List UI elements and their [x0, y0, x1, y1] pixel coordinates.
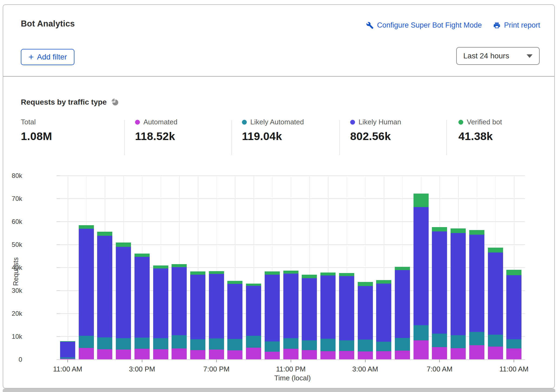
bar-segment-verified-bot[interactable] [97, 232, 112, 235]
bar-segment-verified-bot[interactable] [413, 194, 429, 207]
bar-segment-verified-bot[interactable] [265, 271, 280, 274]
bar-segment-likely-human[interactable] [172, 267, 187, 335]
bar-segment-verified-bot[interactable] [451, 228, 466, 233]
bar-segment-likely-automated[interactable] [60, 357, 75, 358]
bar-segment-likely-automated[interactable] [209, 338, 224, 350]
bar-segment-automated[interactable] [451, 348, 466, 360]
bar-segment-automated[interactable] [153, 349, 168, 360]
bar-segment-automated[interactable] [134, 349, 150, 360]
bar-segment-likely-human[interactable] [302, 278, 317, 340]
bar-segment-likely-automated[interactable] [265, 341, 280, 352]
bar-segment-verified-bot[interactable] [302, 275, 317, 278]
bar-segment-verified-bot[interactable] [320, 273, 336, 275]
bar-segment-likely-human[interactable] [506, 275, 521, 339]
bar-segment-likely-automated[interactable] [432, 334, 447, 347]
bar-segment-likely-human[interactable] [488, 253, 503, 335]
bar-segment-likely-automated[interactable] [172, 335, 187, 348]
bar-segment-likely-human[interactable] [320, 275, 336, 339]
bar-segment-verified-bot[interactable] [469, 230, 484, 235]
bar-segment-likely-human[interactable] [265, 275, 280, 341]
bar-segment-likely-human[interactable] [209, 274, 224, 338]
bar-segment-automated[interactable] [60, 359, 75, 360]
bar-segment-verified-bot[interactable] [227, 281, 242, 284]
bar-segment-likely-automated[interactable] [358, 340, 373, 351]
bar-segment-likely-human[interactable] [395, 270, 410, 338]
bar-segment-likely-human[interactable] [283, 274, 298, 338]
bar-segment-automated[interactable] [246, 348, 261, 360]
bar-segment-automated[interactable] [506, 348, 521, 360]
bar-segment-likely-human[interactable] [116, 247, 131, 338]
bar-segment-likely-automated[interactable] [134, 338, 150, 349]
bar-segment-verified-bot[interactable] [432, 227, 447, 231]
bar-segment-verified-bot[interactable] [339, 273, 354, 276]
bar-segment-automated[interactable] [265, 352, 280, 360]
bar-segment-likely-automated[interactable] [79, 336, 94, 348]
bar-segment-automated[interactable] [79, 348, 94, 360]
bar-segment-verified-bot[interactable] [395, 267, 410, 270]
bar-segment-automated[interactable] [320, 351, 336, 360]
add-filter-button[interactable]: + Add filter [21, 49, 74, 65]
bar-segment-likely-human[interactable] [153, 268, 168, 338]
bar-segment-likely-human[interactable] [227, 284, 242, 339]
bar-segment-verified-bot[interactable] [488, 248, 503, 253]
bar-segment-likely-automated[interactable] [451, 335, 466, 348]
bar-segment-likely-human[interactable] [246, 286, 261, 335]
bar-segment-likely-human[interactable] [134, 257, 150, 338]
bar-segment-automated[interactable] [339, 351, 354, 360]
bar-segment-likely-automated[interactable] [246, 336, 261, 348]
bar-segment-likely-automated[interactable] [395, 338, 410, 351]
bar-segment-verified-bot[interactable] [506, 270, 521, 275]
bar-segment-likely-human[interactable] [97, 236, 112, 337]
bar-segment-likely-automated[interactable] [97, 337, 112, 349]
bar-segment-likely-human[interactable] [358, 286, 373, 340]
bar-segment-likely-human[interactable] [451, 233, 466, 335]
bar-segment-likely-automated[interactable] [506, 339, 521, 348]
bar-segment-verified-bot[interactable] [79, 225, 94, 229]
bar-segment-likely-automated[interactable] [190, 339, 205, 350]
bar-segment-likely-human[interactable] [469, 235, 484, 332]
bar-segment-likely-automated[interactable] [376, 342, 391, 351]
bar-segment-likely-human[interactable] [79, 229, 94, 336]
bar-segment-automated[interactable] [97, 349, 112, 360]
bar-segment-automated[interactable] [469, 345, 484, 360]
bar-segment-likely-human[interactable] [190, 275, 205, 339]
bar-segment-verified-bot[interactable] [283, 271, 298, 274]
bar-segment-likely-human[interactable] [339, 276, 354, 341]
bar-segment-verified-bot[interactable] [246, 284, 261, 286]
bar-segment-likely-automated[interactable] [302, 340, 317, 350]
bar-segment-automated[interactable] [302, 350, 317, 360]
bar-segment-likely-human[interactable] [413, 207, 429, 325]
bar-segment-automated[interactable] [413, 340, 429, 360]
bar-segment-likely-automated[interactable] [469, 332, 484, 345]
bar-segment-likely-automated[interactable] [153, 338, 168, 349]
bar-segment-likely-automated[interactable] [413, 325, 429, 341]
bar-segment-automated[interactable] [227, 350, 242, 360]
bar-segment-likely-human[interactable] [60, 342, 75, 358]
bar-segment-automated[interactable] [209, 350, 224, 360]
bar-segment-likely-human[interactable] [376, 284, 391, 342]
bar-segment-likely-automated[interactable] [283, 338, 298, 349]
bar-segment-verified-bot[interactable] [60, 341, 75, 342]
bar-segment-verified-bot[interactable] [134, 254, 150, 257]
bar-segment-automated[interactable] [172, 348, 187, 360]
bar-segment-automated[interactable] [283, 349, 298, 360]
bar-segment-likely-automated[interactable] [320, 339, 336, 351]
bar-segment-automated[interactable] [358, 351, 373, 360]
bar-segment-verified-bot[interactable] [153, 265, 168, 268]
bar-segment-likely-automated[interactable] [227, 339, 242, 351]
configure-super-bot-fight-mode-link[interactable]: Configure Super Bot Fight Mode [366, 21, 482, 29]
bar-segment-automated[interactable] [116, 350, 131, 360]
bar-segment-automated[interactable] [488, 347, 503, 360]
bar-segment-verified-bot[interactable] [209, 271, 224, 274]
bar-segment-automated[interactable] [376, 351, 391, 360]
bar-segment-likely-automated[interactable] [488, 335, 503, 347]
bar-segment-automated[interactable] [432, 347, 447, 360]
bar-segment-likely-human[interactable] [432, 231, 447, 334]
time-range-dropdown[interactable]: Last 24 hours [456, 47, 540, 65]
print-report-link[interactable]: Print report [493, 21, 540, 29]
bar-segment-verified-bot[interactable] [116, 242, 131, 247]
bar-segment-verified-bot[interactable] [358, 282, 373, 286]
bar-segment-automated[interactable] [395, 351, 410, 360]
bar-segment-likely-automated[interactable] [339, 340, 354, 351]
bar-segment-likely-automated[interactable] [116, 338, 131, 350]
